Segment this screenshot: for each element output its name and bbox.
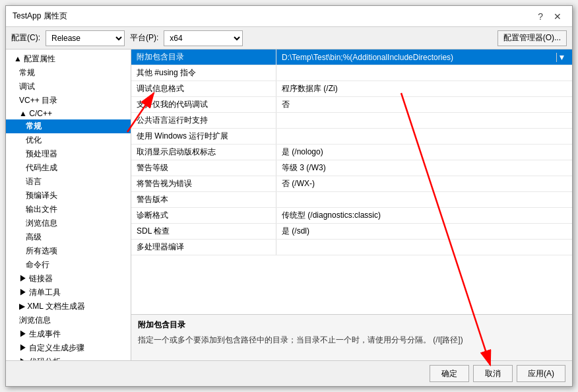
tree-item[interactable]: ▲ 配置属性 (6, 52, 131, 66)
toolbar: 配置(C): Release 平台(P): x64 配置管理器(O)... (6, 27, 572, 49)
property-key: 公共语言运行时支持 (131, 113, 276, 128)
tree-item[interactable]: 浏览信息 (6, 313, 131, 327)
property-row[interactable]: 调试信息格式程序数据库 (/Zi) (131, 81, 572, 97)
tree-item[interactable]: 命令行 (6, 258, 131, 272)
property-key: 警告版本 (131, 192, 276, 207)
tree-panel: ▲ 配置属性常规调试VC++ 目录▲ C/C++常规优化预处理器代码生成语言预编… (6, 49, 131, 360)
property-value (276, 113, 572, 128)
property-row[interactable]: 支持仅我的代码调试否 (131, 97, 572, 113)
property-row[interactable]: SDL 检查是 (/sdl) (131, 224, 572, 240)
title-bar: TestApp 属性页 ? ✕ (6, 6, 572, 27)
property-value: 否 (276, 97, 572, 112)
property-value: 是 (/sdl) (276, 224, 572, 239)
property-key: 使用 Windows 运行时扩展 (131, 129, 276, 144)
property-value: 等级 3 (/W3) (276, 160, 572, 176)
tree-item[interactable]: ▶ 清单工具 (6, 286, 131, 300)
tree-item[interactable]: ▶ 代码分析 (6, 355, 131, 360)
tree-item[interactable]: 常规 (6, 66, 131, 80)
config-label: 配置(C): (11, 32, 40, 44)
tree-item[interactable]: 预处理器 (6, 147, 131, 161)
desc-text: 指定一个或多个要添加到包含路径中的目录；当目录不止一个时，请使用分号分隔。 (/… (138, 334, 565, 346)
dialog-title: TestApp 属性页 (13, 11, 67, 22)
config-manager-button[interactable]: 配置管理器(O)... (498, 30, 567, 46)
help-button[interactable]: ? (534, 11, 547, 22)
property-key: 其他 #using 指令 (131, 65, 276, 81)
property-value: 程序数据库 (/Zi) (276, 81, 572, 96)
property-key: 诊断格式 (131, 208, 276, 223)
tree-item[interactable]: 常规 (6, 119, 131, 133)
property-row[interactable]: 附加包含目录D:\Temp\Test\bin;%(AdditionalInclu… (131, 49, 572, 65)
property-value: 传统型 (/diagnostics:classic) (276, 208, 572, 223)
tree-item[interactable]: ▶ XML 文档生成器 (6, 300, 131, 313)
property-row[interactable]: 公共语言运行时支持 (131, 113, 572, 129)
platform-label: 平台(P): (130, 32, 158, 44)
property-value: 是 (/nologo) (276, 145, 572, 160)
property-row[interactable]: 使用 Windows 运行时扩展 (131, 129, 572, 145)
property-row[interactable]: 诊断格式传统型 (/diagnostics:classic) (131, 208, 572, 224)
tree-item[interactable]: 高级 (6, 230, 131, 244)
property-key: 支持仅我的代码调试 (131, 97, 276, 112)
ok-button[interactable]: 确定 (430, 365, 469, 382)
tree-item[interactable]: 语言 (6, 175, 131, 189)
cancel-button[interactable]: 取消 (473, 365, 513, 382)
property-panel: 附加包含目录D:\Temp\Test\bin;%(AdditionalInclu… (131, 49, 572, 360)
property-row[interactable]: 警告版本 (131, 192, 572, 208)
property-value: 否 (/WX-) (276, 176, 572, 191)
tree-item[interactable]: 代码生成 (6, 161, 131, 175)
property-key: 取消显示启动版权标志 (131, 145, 276, 160)
tree-item[interactable]: 调试 (6, 80, 131, 94)
tree-item[interactable]: 优化 (6, 133, 131, 147)
tree-item[interactable]: 输出文件 (6, 203, 131, 216)
property-value[interactable]: D:\Temp\Test\bin;%(AdditionalIncludeDire… (276, 49, 572, 65)
property-key: 附加包含目录 (131, 49, 276, 65)
property-row[interactable]: 取消显示启动版权标志是 (/nologo) (131, 145, 572, 160)
property-key: SDL 检查 (131, 224, 276, 239)
tree-item[interactable]: 所有选项 (6, 244, 131, 258)
main-content: ▲ 配置属性常规调试VC++ 目录▲ C/C++常规优化预处理器代码生成语言预编… (6, 49, 572, 360)
property-row[interactable]: 多处理器编译 (131, 240, 572, 255)
property-row[interactable]: 其他 #using 指令 (131, 65, 572, 81)
property-row[interactable]: 将警告视为错误否 (/WX-) (131, 176, 572, 192)
tree-item[interactable]: 浏览信息 (6, 216, 131, 230)
property-table: 附加包含目录D:\Temp\Test\bin;%(AdditionalInclu… (131, 49, 572, 314)
config-select[interactable]: Release (46, 30, 125, 46)
description-panel: 附加包含目录 指定一个或多个要添加到包含路径中的目录；当目录不止一个时，请使用分… (131, 314, 572, 360)
property-key: 调试信息格式 (131, 81, 276, 96)
close-button[interactable]: ✕ (550, 11, 565, 22)
property-key: 将警告视为错误 (131, 176, 276, 191)
property-value (276, 192, 572, 207)
apply-button[interactable]: 应用(A) (517, 365, 565, 382)
bottom-bar: 确定 取消 应用(A) (6, 360, 572, 386)
property-value (276, 129, 572, 144)
tree-item[interactable]: ▶ 链接器 (6, 272, 131, 286)
tree-item[interactable]: ▶ 自定义生成步骤 (6, 341, 131, 355)
property-value (276, 240, 572, 255)
tree-item[interactable]: ▶ 生成事件 (6, 327, 131, 341)
platform-select[interactable]: x64 (164, 30, 243, 46)
property-row[interactable]: 警告等级等级 3 (/W3) (131, 160, 572, 176)
property-key: 警告等级 (131, 160, 276, 176)
property-dropdown-icon[interactable]: ▼ (556, 53, 567, 62)
tree-item[interactable]: VC++ 目录 (6, 94, 131, 108)
desc-title: 附加包含目录 (138, 319, 565, 331)
tree-item[interactable]: ▲ C/C++ (6, 108, 131, 119)
property-key: 多处理器编译 (131, 240, 276, 255)
property-value (276, 65, 572, 81)
tree-item[interactable]: 预编译头 (6, 189, 131, 203)
